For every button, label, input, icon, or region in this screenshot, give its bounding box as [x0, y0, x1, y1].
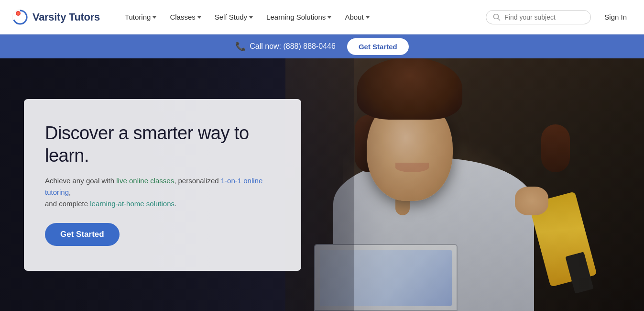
hero-card: Discover a smarter way to learn. Achieve… — [24, 99, 301, 271]
hero-subtext-prefix: Achieve any goal with — [45, 177, 116, 185]
hero-link-classes[interactable]: live online classes — [116, 177, 174, 185]
hero-subtext-suffix: and complete — [45, 200, 90, 208]
nav-items: Tutoring Classes Self Study Learning Sol… — [119, 10, 486, 24]
chevron-down-icon — [249, 16, 253, 19]
nav-right: Sign In — [486, 10, 633, 24]
call-banner: 📞 Call now: (888) 888-0446 Get Started — [0, 34, 644, 58]
hero-subtext-mid2: , — [69, 188, 71, 196]
chevron-down-icon — [197, 16, 201, 19]
call-info: 📞 Call now: (888) 888-0446 — [235, 41, 336, 52]
navbar: Varsity Tutors Tutoring Classes Self Stu… — [0, 0, 644, 34]
logo[interactable]: Varsity Tutors — [11, 9, 100, 26]
signin-button[interactable]: Sign In — [599, 10, 633, 24]
logo-icon — [11, 9, 29, 26]
hero-subtext-mid: , personalized — [174, 177, 221, 185]
svg-point-2 — [17, 12, 20, 15]
logo-text: Varsity Tutors — [33, 11, 100, 23]
hero-subtext: Achieve any goal with live online classe… — [45, 175, 280, 210]
nav-item-learningsolutions[interactable]: Learning Solutions — [261, 10, 337, 24]
hero-subtext-end: . — [175, 200, 176, 208]
chevron-down-icon — [153, 16, 156, 19]
hero-heading: Discover a smarter way to learn. — [45, 122, 280, 167]
nav-item-tutoring[interactable]: Tutoring — [119, 10, 162, 24]
banner-get-started-button[interactable]: Get Started — [347, 38, 409, 55]
hero-section: Discover a smarter way to learn. Achieve… — [0, 58, 644, 311]
svg-line-4 — [498, 18, 500, 20]
chevron-down-icon — [327, 16, 331, 19]
hero-content: Discover a smarter way to learn. Achieve… — [0, 58, 325, 311]
svg-point-0 — [12, 10, 28, 25]
hero-get-started-button[interactable]: Get Started — [45, 223, 120, 246]
nav-item-classes[interactable]: Classes — [164, 10, 207, 24]
search-box[interactable] — [486, 10, 591, 24]
search-icon — [493, 13, 501, 21]
hero-link-learning[interactable]: learning-at-home solutions — [90, 200, 175, 208]
search-input[interactable] — [504, 13, 584, 21]
nav-item-about[interactable]: About — [339, 10, 375, 24]
phone-icon: 📞 — [235, 41, 246, 52]
nav-item-selfstudy[interactable]: Self Study — [209, 10, 259, 24]
call-number: Call now: (888) 888-0446 — [250, 42, 336, 51]
chevron-down-icon — [366, 16, 370, 19]
